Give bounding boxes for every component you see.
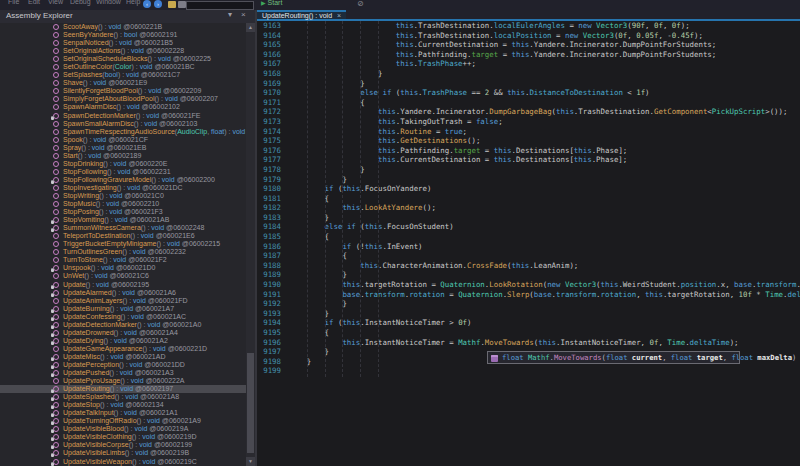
tree-item-seenbyyandere[interactable]: SeenByYandere() : bool @06002191 — [0, 31, 246, 39]
tree-item-updatepyrousage[interactable]: UpdatePyroUsage() : void @0600222A — [0, 377, 246, 385]
line-number: 9184 — [257, 222, 281, 232]
tree-item-spook[interactable]: Spook() : void @060021CF — [0, 136, 246, 144]
nav-back-icon[interactable]: ‹ — [143, 0, 151, 8]
method-icon — [53, 72, 59, 78]
tree-item-setoutlinecolor[interactable]: SetOutlineColor(Color) : void @060021BC — [0, 63, 246, 71]
scroll-thumb[interactable] — [247, 353, 254, 453]
tree-item-stopmusic[interactable]: StopMusic() : void @06002210 — [0, 200, 246, 208]
tree-item-updaterouting[interactable]: UpdateRouting() : void @06002197 — [0, 385, 246, 393]
tree-item-updatedetectionmarker[interactable]: UpdateDetectionMarker() : void @060021A0 — [0, 321, 246, 329]
signature-tooltip: float Mathf.MoveTowards(float current, f… — [487, 351, 740, 364]
toolbar-search-input[interactable] — [186, 1, 254, 10]
tree-item-spawntimerespectingaudiosource[interactable]: SpawnTimeRespectingAudioSource(AudioClip… — [0, 128, 246, 136]
tree-item-updateturningoffradio[interactable]: UpdateTurningOffRadio() : void @060021A9 — [0, 417, 246, 425]
tree-item-updategameappearance[interactable]: UpdateGameAppearance() : void @0600221D — [0, 345, 246, 353]
tree-item-senpainoticed[interactable]: SenpaiNoticed() : void @060021B5 — [0, 39, 246, 47]
method-label: StopPosing() : void @060021F3 — [63, 208, 163, 215]
tab-updaterouting[interactable]: UpdateRouting() : void× — [257, 10, 346, 19]
tree-item-unspook[interactable]: Unspook() : void @060021D0 — [0, 264, 246, 272]
decompiled-code: 9163 this.TrashDestination.localEulerAng… — [257, 21, 800, 376]
tree-item-setsplashes[interactable]: SetSplashes(bool) : void @060021C7 — [0, 71, 246, 79]
line-number: 9197 — [257, 347, 281, 357]
tree-item-turnoutlinesgreen[interactable]: TurnOutlinesGreen() : void @06002232 — [0, 248, 246, 256]
tree-item-spawnsmallalarmdisc[interactable]: SpawnSmallAlarmDisc() : void @06002103 — [0, 120, 246, 128]
tree-item-silentlyforgetbloodpool[interactable]: SilentlyForgetBloodPool() : void @060022… — [0, 87, 246, 95]
tree-item-unwet[interactable]: UnWet() : void @060021C6 — [0, 272, 246, 280]
panel-close-icon[interactable]: × — [241, 10, 246, 19]
save-icon[interactable] — [178, 1, 186, 8]
tree-item-stopfollowinggravuremodel[interactable]: StopFollowingGravureModel() : void @0600… — [0, 176, 246, 184]
line-number: 9170 — [257, 88, 281, 98]
line-number: 9181 — [257, 194, 281, 204]
menu-item-window[interactable]: Window — [96, 0, 121, 5]
tree-item-stopposing[interactable]: StopPosing() : void @060021F3 — [0, 208, 246, 216]
line-number: 9168 — [257, 69, 281, 79]
tree-item-updateconfessing[interactable]: UpdateConfessing() : void @060021AC — [0, 313, 246, 321]
tree-item-updatesplashed[interactable]: UpdateSplashed() : void @060021A8 — [0, 393, 246, 401]
code-line: 9193 } — [257, 309, 800, 319]
tree-item-updatevisibleclothing[interactable]: UpdateVisibleClothing() : void @0600219D — [0, 433, 246, 441]
method-icon — [53, 322, 59, 328]
method-label: UpdateVisibleLimbs() : void @0600219B — [63, 449, 189, 456]
tree-item-updatevisiblecorpse[interactable]: UpdateVisibleCorpse() : void @06002199 — [0, 441, 246, 449]
code-line: 9181 { — [257, 194, 800, 204]
tree-item-updatealarmed[interactable]: UpdateAlarmed() : void @060021A6 — [0, 289, 246, 297]
line-number: 9163 — [257, 21, 281, 31]
tree-item-spawndetectionmarker[interactable]: SpawnDetectionMarker() : void @060021FE — [0, 112, 246, 120]
method-icon — [53, 80, 59, 86]
break-icon[interactable]: ⊘ — [357, 0, 364, 8]
start-debug-button[interactable]: ▶ Start — [261, 0, 282, 6]
tree-item-setoriginalscheduleblocks[interactable]: SetOriginalScheduleBlocks() : void @0600… — [0, 55, 246, 63]
tree-item-stopfollowing[interactable]: StopFollowing() : void @06002231 — [0, 168, 246, 176]
tree-item-updatetalkinput[interactable]: UpdateTalkInput() : void @060021A1 — [0, 409, 246, 417]
tree-item-summonwitnesscamera[interactable]: SummonWitnessCamera() : void @06002248 — [0, 224, 246, 232]
tree-item-stopdrinking[interactable]: StopDrinking() : void @0600220E — [0, 160, 246, 168]
tree-item-triggerbucketemptyminigame[interactable]: TriggerBucketEmptyMinigame() : void @060… — [0, 240, 246, 248]
tree-item-stopinvestigating[interactable]: StopInvestigating() : void @060021DC — [0, 184, 246, 192]
code-line: 9192 } — [257, 299, 800, 309]
chevron-down-icon[interactable]: ▾ — [228, 10, 232, 19]
tree-item-updatepushed[interactable]: UpdatePushed() : void @060021A3 — [0, 369, 246, 377]
tree-item-update[interactable]: Update() : void @06002195 — [0, 281, 246, 289]
nav-forward-icon[interactable]: › — [154, 0, 162, 8]
tree-item-start[interactable]: Start() : void @06002189 — [0, 152, 246, 160]
tree-item-scootaway[interactable]: ScootAway() : void @0600221B — [0, 23, 246, 31]
tree-scrollbar[interactable]: ▲ ▼ — [246, 23, 255, 466]
tree-item-updatedrowned[interactable]: UpdateDrowned() : void @060021A4 — [0, 329, 246, 337]
menu-item-edit[interactable]: Edit — [28, 0, 40, 5]
code-line: 9184 else if (this.FocusOnStudent) — [257, 222, 800, 232]
method-label: Spook() : void @060021CF — [63, 136, 148, 143]
tree-item-spawnalarmdisc[interactable]: SpawnAlarmDisc() : void @06002102 — [0, 103, 246, 111]
code-line: 9175 this.GetDestinations(); — [257, 136, 800, 146]
tree-item-teleporttodestination[interactable]: TeleportToDestination() : void @060021E6 — [0, 232, 246, 240]
method-icon — [53, 282, 59, 288]
tree-item-updateperception[interactable]: UpdatePerception() : void @060021DD — [0, 361, 246, 369]
open-file-icon[interactable] — [168, 1, 176, 8]
tab-close-icon[interactable]: × — [337, 12, 341, 19]
tree-item-updatevisibleblood[interactable]: UpdateVisibleBlood() : void @0600219A — [0, 425, 246, 433]
scroll-up-icon[interactable]: ▲ — [246, 23, 255, 32]
code-line: 9180 if (this.FocusOnYandere) — [257, 184, 800, 194]
tree-item-stopvomiting[interactable]: StopVomiting() : void @060021AB — [0, 216, 246, 224]
menu-item-help[interactable]: Help — [126, 0, 140, 5]
menu-item-view[interactable]: View — [48, 0, 63, 5]
tree-item-updatemisc[interactable]: UpdateMisc() : void @060021AD — [0, 353, 246, 361]
menu-item-file[interactable]: File — [8, 0, 19, 5]
tree-item-updatestop[interactable]: UpdateStop() : void @06002134 — [0, 401, 246, 409]
tree-item-updatedying[interactable]: UpdateDying() : void @060021A2 — [0, 337, 246, 345]
tree-item-turntostone[interactable]: TurnToStone() : void @060021F2 — [0, 256, 246, 264]
tree-item-stopwriting[interactable]: StopWriting() : void @060021C0 — [0, 192, 246, 200]
tree-item-updateburning[interactable]: UpdateBurning() : void @060021A7 — [0, 305, 246, 313]
menu-item-debug[interactable]: Debug — [70, 0, 91, 5]
tree-item-updatevisibleweapon[interactable]: UpdateVisibleWeapon() : void @0600219C — [0, 458, 246, 466]
method-label: UpdateConfessing() : void @060021AC — [63, 313, 186, 320]
tree-item-updateanimlayers[interactable]: UpdateAnimLayers() : void @060021FD — [0, 297, 246, 305]
code-editor[interactable]: 9163 this.TrashDestination.localEulerAng… — [257, 21, 800, 466]
tree-item-setoriginalactions[interactable]: SetOriginalActions() : void @06002228 — [0, 47, 246, 55]
tree-item-updatevisiblelimbs[interactable]: UpdateVisibleLimbs() : void @0600219B — [0, 449, 246, 457]
tree-item-shave[interactable]: Shave() : void @060021E9 — [0, 79, 246, 87]
tree-item-spray[interactable]: Spray() : void @060021EB — [0, 144, 246, 152]
tree-item-simplyforgetaboutbloodpool[interactable]: SimplyForgetAboutBloodPool() : void @060… — [0, 95, 246, 103]
scroll-down-icon[interactable]: ▼ — [246, 457, 255, 466]
method-icon — [53, 459, 59, 465]
